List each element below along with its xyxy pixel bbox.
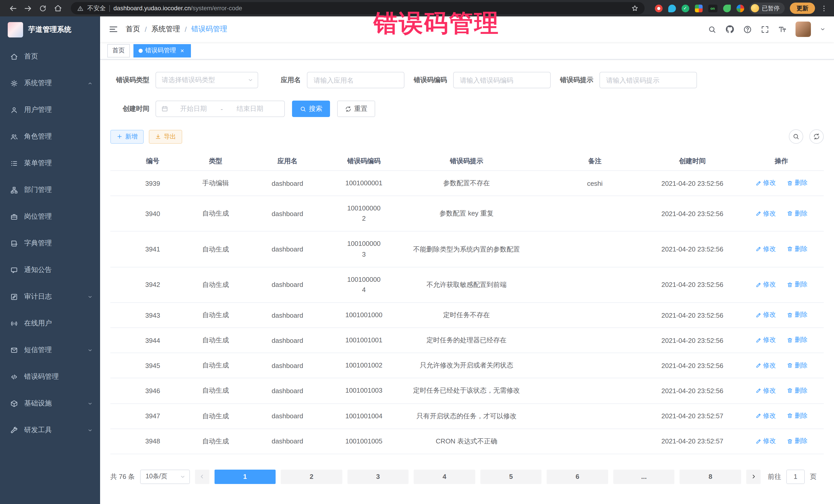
page-button-5[interactable]: 5 <box>480 469 542 484</box>
breadcrumb-home[interactable]: 首页 <box>126 25 140 34</box>
extension-icon-color-grid[interactable] <box>695 4 702 12</box>
cell-id: 3947 <box>110 403 195 429</box>
sidebar-item-positions[interactable]: 岗位管理 <box>0 203 100 230</box>
page-button-3[interactable]: 3 <box>347 469 409 484</box>
sidebar-item-infrastructure[interactable]: 基础设施 <box>0 390 100 417</box>
tab-close-icon[interactable] <box>179 47 186 54</box>
sidebar-item-users[interactable]: 用户管理 <box>0 96 100 123</box>
sidebar-toggle-button[interactable] <box>108 24 118 35</box>
not-secure-label[interactable]: 不安全 <box>87 4 106 13</box>
delete-link[interactable]: 删除 <box>787 311 808 320</box>
page-button-4[interactable]: 4 <box>414 469 475 484</box>
extension-icon-on-badge[interactable]: on <box>708 4 717 12</box>
delete-link[interactable]: 删除 <box>787 361 808 370</box>
next-page-button[interactable] <box>746 469 761 484</box>
sidebar-item-audit-logs[interactable]: 审计日志 <box>0 283 100 310</box>
address-bar[interactable]: 不安全 dashboard.yudao.iocoder.cn/system/er… <box>71 2 644 14</box>
browser-back-button[interactable] <box>6 1 20 15</box>
page-size-select[interactable]: 10条/页 <box>140 469 190 484</box>
refresh-table-button[interactable] <box>809 129 824 144</box>
menu-item-label: 在线用户 <box>24 319 81 328</box>
goto-page-input[interactable] <box>786 469 805 484</box>
delete-link[interactable]: 删除 <box>787 209 808 218</box>
avatar-caret-icon[interactable] <box>820 26 826 32</box>
cell-app: dashboard <box>236 429 339 454</box>
toggle-search-button[interactable] <box>789 129 803 144</box>
delete-link[interactable]: 删除 <box>787 336 808 345</box>
delete-link[interactable]: 删除 <box>787 386 808 395</box>
menu-item-icon <box>10 399 18 407</box>
tab-error-code[interactable]: 错误码管理 <box>133 44 191 57</box>
page-button-6[interactable]: 6 <box>547 469 608 484</box>
delete-link[interactable]: 删除 <box>787 437 808 445</box>
sidebar-item-notices[interactable]: 通知公告 <box>0 257 100 283</box>
tab-home[interactable]: 首页 <box>107 44 130 57</box>
edit-link[interactable]: 修改 <box>755 311 776 320</box>
delete-link[interactable]: 删除 <box>787 412 808 420</box>
delete-link[interactable]: 删除 <box>787 179 808 188</box>
reset-button[interactable]: 重置 <box>337 101 375 117</box>
edit-link[interactable]: 修改 <box>755 280 776 289</box>
breadcrumb-system[interactable]: 系统管理 <box>151 25 180 34</box>
github-icon[interactable] <box>725 25 734 34</box>
export-button[interactable]: 导出 <box>149 130 182 144</box>
page-button-more[interactable]: ... <box>613 469 675 484</box>
table-header-row: 编号 类型 应用名 错误码编码 错误码提示 备注 创建时间 操作 <box>110 152 824 171</box>
browser-menu-icon[interactable] <box>820 4 828 12</box>
docs-help-icon[interactable] <box>743 25 752 34</box>
edit-link[interactable]: 修改 <box>755 245 776 254</box>
menu-item-label: 首页 <box>24 52 81 61</box>
create-time-range-picker[interactable]: 开始日期 - 结束日期 <box>155 101 285 117</box>
delete-link[interactable]: 删除 <box>787 245 808 254</box>
extension-icon-teal-drop[interactable] <box>668 4 676 12</box>
table-row: 3943 自动生成 dashboard 1001001000 定时任务不存在 2… <box>110 303 824 328</box>
sidebar-item-online-users[interactable]: 在线用户 <box>0 310 100 337</box>
sidebar-item-menus[interactable]: 菜单管理 <box>0 150 100 177</box>
page-button-2[interactable]: 2 <box>281 469 342 484</box>
sidebar-item-home[interactable]: 首页 <box>0 43 100 70</box>
edit-link[interactable]: 修改 <box>755 437 776 445</box>
header-search-icon[interactable] <box>708 25 717 34</box>
edit-link[interactable]: 修改 <box>755 179 776 188</box>
bookmark-star-icon[interactable] <box>631 5 638 12</box>
app-name-input[interactable] <box>307 72 404 88</box>
browser-update-button[interactable]: 更新 <box>790 3 815 14</box>
col-header-code: 错误码编码 <box>339 152 389 171</box>
browser-forward-button[interactable] <box>21 1 35 15</box>
search-button[interactable]: 搜索 <box>292 101 330 117</box>
fullscreen-icon[interactable] <box>761 25 769 34</box>
sidebar-item-dictionaries[interactable]: 字典管理 <box>0 230 100 257</box>
sidebar-item-roles[interactable]: 角色管理 <box>0 123 100 150</box>
app-logo[interactable]: 芋道管理系统 <box>0 17 100 43</box>
sidebar-item-sms[interactable]: 短信管理 <box>0 337 100 364</box>
extension-icon-red-target[interactable] <box>655 4 662 12</box>
sidebar-item-dev-tools[interactable]: 研发工具 <box>0 417 100 443</box>
edit-link[interactable]: 修改 <box>755 412 776 420</box>
extension-icon-green-check[interactable] <box>681 4 689 12</box>
menu-item-icon <box>10 133 18 140</box>
error-code-input[interactable] <box>453 72 551 88</box>
edit-link[interactable]: 修改 <box>755 361 776 370</box>
error-type-select[interactable]: 请选择错误码类型 <box>155 72 258 88</box>
prev-page-button[interactable] <box>195 469 209 484</box>
extension-icon-pinwheel[interactable] <box>736 4 744 12</box>
sidebar-item-error-codes[interactable]: 错误码管理 <box>0 364 100 390</box>
font-size-icon[interactable] <box>778 25 787 34</box>
profile-paused-badge[interactable]: 已暂停 <box>749 3 785 14</box>
extension-icon-green-leaf[interactable] <box>723 4 730 12</box>
browser-home-button[interactable] <box>51 1 65 15</box>
browser-reload-button[interactable] <box>36 1 50 15</box>
page-button-1[interactable]: 1 <box>214 469 276 484</box>
user-avatar[interactable] <box>795 22 811 37</box>
error-msg-input[interactable] <box>599 72 697 88</box>
cell-code: 100100000 2 <box>339 196 389 232</box>
add-button[interactable]: 新增 <box>110 130 144 144</box>
edit-link[interactable]: 修改 <box>755 336 776 345</box>
sidebar-item-system[interactable]: 系统管理 <box>0 70 100 96</box>
table-row: 3945 自动生成 dashboard 1001001002 只允许修改为开启或… <box>110 353 824 378</box>
edit-link[interactable]: 修改 <box>755 386 776 395</box>
delete-link[interactable]: 删除 <box>787 280 808 289</box>
sidebar-item-departments[interactable]: 部门管理 <box>0 177 100 203</box>
page-button-8[interactable]: 8 <box>680 469 741 484</box>
edit-link[interactable]: 修改 <box>755 209 776 218</box>
